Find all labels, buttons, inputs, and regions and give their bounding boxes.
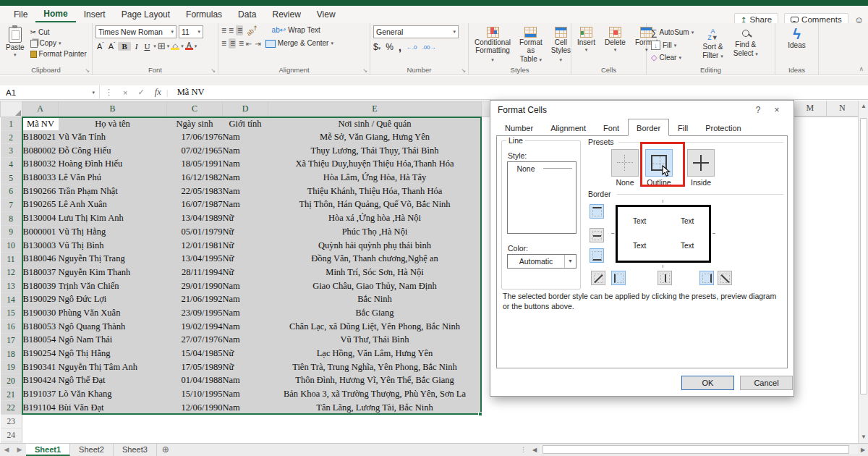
cell[interactable]: Chân Lạc, xã Dũng Liệt, Yên Phong, Bắc N… (268, 320, 482, 334)
row-header[interactable]: 8 (1, 211, 22, 225)
cell[interactable]: 28/11/1994 (167, 266, 223, 279)
cell[interactable]: Nam (223, 387, 268, 401)
tab-file[interactable]: File (6, 7, 35, 22)
formula-bar-splitter[interactable]: ⋮ (100, 88, 118, 97)
cell[interactable]: B180037 (22, 266, 59, 279)
row-header[interactable]: 6 (1, 185, 22, 198)
cell[interactable]: B130004 (22, 211, 59, 225)
tab-home[interactable]: Home (35, 7, 75, 22)
cell[interactable]: Nam (223, 171, 268, 185)
vertical-scroll-thumb[interactable] (860, 118, 867, 394)
column-header-B[interactable]: B (59, 101, 167, 117)
row-header[interactable]: 14 (1, 292, 22, 306)
preset-outline-button[interactable] (645, 149, 673, 177)
cell[interactable]: Lò Văn Khang (59, 387, 167, 401)
cell[interactable]: Vũ Thị Bình (59, 239, 167, 253)
cell[interactable]: Nữ (223, 211, 268, 225)
row-header[interactable]: 2 (1, 130, 22, 144)
cell[interactable]: Lạc Hồng, Văn Lâm, Hưng Yên (268, 347, 482, 360)
row-header[interactable]: 23 (1, 415, 22, 428)
percent-button[interactable]: % (386, 42, 393, 52)
row-header[interactable]: 21 (1, 387, 22, 401)
cell[interactable]: B180021 (22, 130, 59, 144)
align-middle-icon[interactable]: ≡ (229, 25, 233, 35)
underline-button[interactable]: U (142, 42, 152, 51)
cell[interactable]: Hòa Lâm, Ứng Hòa, Hà Tây (268, 171, 482, 185)
cell[interactable]: Giao Châu, Giao Thủy, Nam Định (268, 279, 482, 293)
border-inner-horizontal-button[interactable] (590, 228, 604, 242)
cell[interactable]: B191104 (22, 401, 59, 415)
border-diagonal-down-button[interactable] (718, 271, 732, 285)
vertical-scrollbar[interactable]: ▲ ▼ (858, 101, 868, 443)
cut-button[interactable]: ✂Cut (29, 28, 88, 38)
name-box-dropdown-icon[interactable]: ▾ (92, 90, 99, 96)
cell[interactable]: Tiên Trà, Trung Nghĩa, Yên Phong, Bắc Ni… (268, 360, 482, 374)
border-left-button[interactable] (611, 271, 626, 285)
row-header[interactable]: 3 (1, 144, 22, 158)
row-header[interactable]: 20 (1, 374, 22, 388)
number-dialog-launcher[interactable]: ↘ (461, 67, 466, 74)
comma-style-button[interactable]: , (399, 41, 401, 53)
cell[interactable] (22, 415, 858, 428)
cell[interactable]: Nguyễn Thị Trang (59, 252, 167, 266)
clear-button[interactable]: ◇Clear▾ (650, 52, 695, 63)
cell[interactable]: Nguyễn Thị Tâm Anh (59, 360, 167, 374)
grow-font-button[interactable]: Aˆ (95, 41, 106, 51)
cell[interactable]: Đồng Văn, Thanh chương,Nghệ an (268, 252, 482, 266)
cell[interactable]: Xã Thiệu Duy,huyện Thiệu Hóa,Thanh Hóa (268, 158, 482, 172)
row-header[interactable]: 13 (1, 279, 22, 293)
new-sheet-icon[interactable]: ⊕ (157, 444, 174, 456)
scroll-up-icon[interactable]: ▲ (859, 101, 868, 112)
border-bottom-button[interactable] (590, 248, 604, 263)
ok-button[interactable]: OK (681, 376, 734, 390)
cell[interactable] (22, 428, 858, 442)
cell[interactable]: Họ và tên (59, 117, 167, 131)
sheet-nav-left-icon[interactable]: ◀ (0, 444, 13, 456)
cell[interactable]: Nam (223, 292, 268, 306)
insert-function-icon[interactable]: fx (150, 87, 166, 98)
cell[interactable]: B190030 (22, 306, 59, 320)
border-right-button[interactable] (699, 271, 714, 285)
cell[interactable]: Ngô Quang Thành (59, 320, 167, 334)
cell[interactable]: Lưu Thị Kim Anh (59, 211, 167, 225)
cell[interactable]: 13/04/1989 (167, 211, 223, 225)
row-header[interactable]: 15 (1, 306, 22, 320)
collapse-ribbon-icon[interactable]: ∧ (859, 65, 864, 72)
dialog-tab-number[interactable]: Number (496, 120, 542, 136)
cell[interactable]: 22/05/1983 (167, 185, 223, 198)
alignment-dialog-launcher[interactable]: ↘ (362, 67, 367, 74)
sheet-tab-sheet2[interactable]: Sheet2 (70, 444, 114, 456)
dialog-tab-protection[interactable]: Protection (697, 120, 750, 136)
cell[interactable]: Bắc Giang (268, 306, 482, 320)
cell[interactable]: Nơi sinh / Quê quán (268, 117, 482, 131)
cell[interactable]: Nam (223, 130, 268, 144)
cell[interactable]: 23/09/1995 (167, 306, 223, 320)
cell[interactable]: Thị Thôn, Hán Quảng, Quế Võ, Bắc Ninh (268, 198, 482, 212)
row-header[interactable]: 10 (1, 239, 22, 253)
sheet-nav-right-icon[interactable]: ▶ (13, 444, 26, 456)
cell[interactable]: Nam (223, 158, 268, 172)
horizontal-scrollbar[interactable]: ⋮ ◀ ▶ (517, 444, 868, 455)
copy-button[interactable]: Copy ▾ (29, 38, 88, 48)
row-header[interactable]: 24 (1, 428, 22, 442)
border-inner-vertical-button[interactable] (658, 271, 672, 285)
tab-review[interactable]: Review (264, 7, 308, 22)
align-right-icon[interactable]: ≡ (239, 38, 243, 48)
cell[interactable]: 12/06/1990 (167, 401, 223, 415)
cell[interactable]: B000001 (22, 225, 59, 239)
cell[interactable]: Giới tính (223, 117, 268, 131)
row-header[interactable]: 11 (1, 252, 22, 266)
increase-decimal-button[interactable]: ←.0 (407, 44, 417, 51)
cell[interactable]: Ngô Nam Thái (59, 334, 167, 347)
cancel-entry-icon[interactable]: × (118, 88, 132, 97)
column-header-A[interactable]: A (22, 101, 59, 117)
sheet-tab-sheet3[interactable]: Sheet3 (114, 444, 157, 456)
scrollbar-splitter[interactable]: ⋮ (517, 446, 529, 453)
dialog-tab-font[interactable]: Font (595, 120, 628, 136)
column-header-N[interactable]: N (826, 101, 859, 117)
find-select-button[interactable]: Find &Select ▾ (731, 25, 761, 64)
cell[interactable]: Minh Trí, Sóc Sơn, Hà Nội (268, 266, 482, 279)
cell[interactable]: 21/06/1992 (167, 292, 223, 306)
cell[interactable]: B180046 (22, 252, 59, 266)
tab-formulas[interactable]: Formulas (178, 7, 230, 22)
